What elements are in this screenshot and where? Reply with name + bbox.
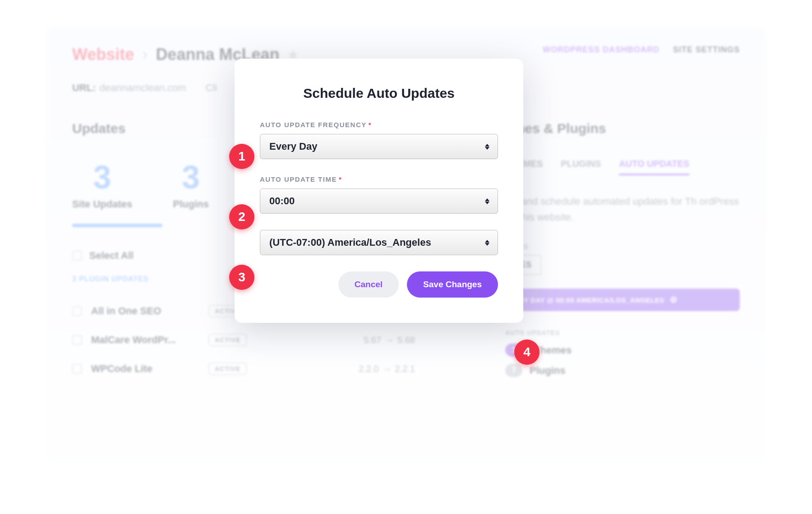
frequency-label: AUTO UPDATE FREQUENCY*	[260, 121, 498, 128]
chevron-updown-icon	[485, 240, 489, 246]
chevron-updown-icon	[485, 144, 489, 150]
plugin-checkbox[interactable]	[72, 364, 82, 374]
gear-icon[interactable]: ⚙	[670, 295, 678, 305]
right-tabs: THEMES PLUGINS AUTO UPDATES	[505, 159, 740, 175]
schedule-auto-updates-modal: Schedule Auto Updates AUTO UPDATE FREQUE…	[235, 59, 523, 323]
cancel-button[interactable]: Cancel	[338, 271, 399, 298]
breadcrumb-root[interactable]: Website	[72, 45, 134, 64]
dates-label: DATES	[505, 243, 740, 250]
time-label: AUTO UPDATE TIME*	[260, 175, 498, 183]
status-badge: ACTIVE	[208, 363, 247, 375]
frequency-select[interactable]: Every Day	[260, 134, 498, 159]
url-value: deannamclean.com	[100, 82, 186, 93]
select-all-label: Select All	[89, 250, 134, 262]
auto-updates-description: ble and schedule automated updates for T…	[505, 193, 740, 225]
plugin-row[interactable]: WPCode Lite ACTIVE 2.2.0→2.2.1	[72, 354, 469, 383]
plugin-row[interactable]: MalCare WordPr... ACTIVE 5.67→5.68	[72, 326, 469, 354]
plugin-checkbox[interactable]	[72, 306, 82, 316]
step-marker-1: 1	[229, 144, 254, 169]
url-label: URL:	[72, 82, 96, 93]
chevron-right-icon: ›	[142, 45, 148, 64]
schedule-chip[interactable]: ERY DAY @ 00:00 AMERICA/LOS_ANGELES ⚙	[505, 289, 740, 311]
tab-plugins[interactable]: PLUGINS	[561, 159, 601, 175]
auto-updates-themes[interactable]: 10 Themes	[505, 344, 740, 357]
chevron-updown-icon	[485, 198, 489, 204]
save-changes-button[interactable]: Save Changes	[407, 271, 498, 298]
step-marker-3: 3	[229, 265, 254, 290]
stat-site-updates[interactable]: 3 Site Updates	[72, 159, 132, 210]
site-settings-button[interactable]: SITE SETTINGS	[673, 45, 740, 55]
themes-plugins-heading: emes & Plugins	[505, 121, 740, 136]
schedule-text: ERY DAY @ 00:00 AMERICA/LOS_ANGELES	[514, 296, 664, 304]
modal-title: Schedule Auto Updates	[260, 86, 498, 101]
time-select[interactable]: 00:00	[260, 188, 498, 214]
plugin-checkbox[interactable]	[72, 335, 82, 345]
step-marker-4: 4	[514, 340, 540, 365]
timezone-select[interactable]: (UTC-07:00) America/Los_Angeles	[260, 230, 498, 255]
version-range: 2.2.0→2.2.1	[359, 364, 415, 374]
version-range: 5.67→5.68	[364, 335, 415, 345]
tab-underline	[72, 224, 162, 227]
timezone-value: (UTC-07:00) America/Los_Angeles	[269, 237, 431, 248]
step-marker-2: 2	[229, 204, 254, 229]
auto-updates-plugins[interactable]: 7 Plugins	[505, 364, 740, 377]
select-all-checkbox[interactable]	[72, 251, 82, 261]
stat-plugins[interactable]: 3 Plugins	[173, 159, 208, 210]
status-badge: ACTIVE	[208, 334, 247, 346]
wordpress-dashboard-button[interactable]: WORDPRESS DASHBOARD	[543, 45, 660, 55]
client-label: Cli	[205, 82, 217, 93]
time-value: 00:00	[269, 195, 295, 207]
auto-updates-label: AUTO UPDATES	[505, 329, 740, 336]
frequency-value: Every Day	[269, 141, 317, 152]
tab-auto-updates[interactable]: AUTO UPDATES	[619, 159, 689, 175]
